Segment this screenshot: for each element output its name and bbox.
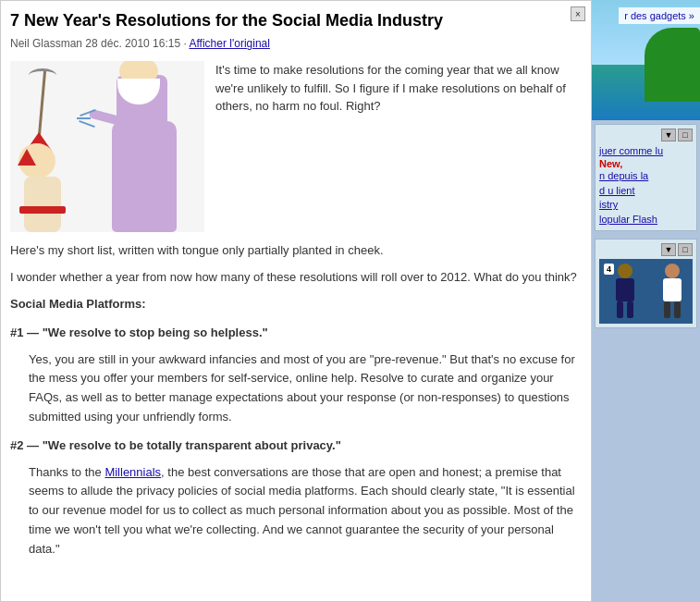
baby-body	[24, 177, 61, 232]
scythe-blade	[29, 68, 56, 82]
widget2-minimize-btn[interactable]: ▼	[661, 243, 676, 256]
red-triangle	[18, 149, 36, 166]
article-title: 7 New Year's Resolutions for the Social …	[10, 10, 577, 31]
section-heading: Social Media Platforms:	[10, 295, 577, 314]
widget1-link4[interactable]: istry	[599, 198, 693, 212]
article-panel: × 7 New Year's Resolutions for the Socia…	[0, 0, 592, 602]
cartoon-figure	[10, 61, 204, 232]
widget1-link1[interactable]: juer comme lu	[599, 144, 693, 158]
gadgets-link-text: r des gadgets »	[624, 10, 694, 21]
widget1-header: ▼ □	[599, 129, 693, 141]
old-man-figure	[103, 75, 195, 232]
widget1-close-btn[interactable]: □	[678, 129, 693, 141]
millennials-link[interactable]: Millennials	[104, 465, 161, 479]
player2-legs	[656, 301, 688, 318]
author-date: Neil Glassman 28 déc. 2010 16:15 ·	[10, 37, 189, 50]
player1-body	[616, 278, 634, 301]
sidebar-widget-1: ▼ □ juer comme lu New, n depuis la d u l…	[595, 124, 697, 231]
player2-body	[663, 278, 682, 301]
sidebar-top-image: r des gadgets »	[592, 0, 700, 120]
widget1-link3[interactable]: d u lient	[599, 184, 693, 198]
baby-sash	[19, 206, 66, 214]
widget1-link5[interactable]: lopular Flash	[599, 213, 693, 227]
widget2-header: ▼ □	[599, 243, 693, 256]
gadgets-link[interactable]: r des gadgets »	[619, 7, 700, 24]
soccer-image: 4	[599, 259, 693, 324]
sidebar-cliff	[645, 28, 700, 102]
player2-leg-right	[674, 301, 681, 318]
close-button[interactable]: ×	[571, 6, 585, 21]
article-meta: Neil Glassman 28 déc. 2010 16:15 · Affic…	[10, 37, 577, 50]
player-number-badge: 4	[604, 264, 614, 275]
player2-figure	[656, 264, 688, 319]
resolution2-pre: Thanks to the	[29, 465, 104, 479]
article-intro-section: It's time to make resolutions for the co…	[10, 61, 577, 232]
right-sidebar: r des gadgets » ▼ □ juer comme lu New, n…	[592, 0, 700, 602]
article-image	[10, 61, 204, 232]
widget1-link2[interactable]: n depuis la	[599, 169, 693, 183]
widget1-new-badge: New,	[599, 158, 693, 169]
new-badge-text: New,	[599, 158, 622, 169]
article-scroll-area[interactable]: 7 New Year's Resolutions for the Social …	[1, 1, 591, 601]
player2-leg-left	[664, 301, 670, 318]
resolution2-heading: #2 — "We resolve to be totally transpare…	[10, 436, 577, 456]
resolution1-body: Yes, you are still in your awkward infan…	[29, 350, 577, 427]
article-body: Here's my short list, written with tongu…	[10, 241, 577, 559]
player1-leg-right	[627, 301, 633, 318]
sparkle-3	[79, 120, 95, 128]
player1-leg-left	[617, 301, 623, 318]
para1: Here's my short list, written with tongu…	[10, 241, 577, 261]
original-link[interactable]: Afficher l'original	[189, 37, 269, 50]
resolution2-body: Thanks to the Millennials, the best conv…	[29, 463, 577, 559]
close-icon: ×	[575, 9, 581, 19]
para2: I wonder whether a year from now how man…	[10, 268, 577, 288]
widget1-minimize-btn[interactable]: ▼	[661, 129, 676, 141]
resolution1-heading: #1 — "We resolve to stop being so helple…	[10, 324, 577, 343]
article-intro-text: It's time to make resolutions for the co…	[215, 61, 577, 116]
sidebar-widget-2: ▼ □	[595, 239, 697, 328]
player1-head	[618, 264, 632, 278]
player1-legs	[608, 301, 641, 318]
widget2-close-btn[interactable]: □	[678, 243, 693, 256]
player2-head	[665, 264, 680, 278]
intro-paragraph: It's time to make resolutions for the co…	[215, 61, 577, 116]
